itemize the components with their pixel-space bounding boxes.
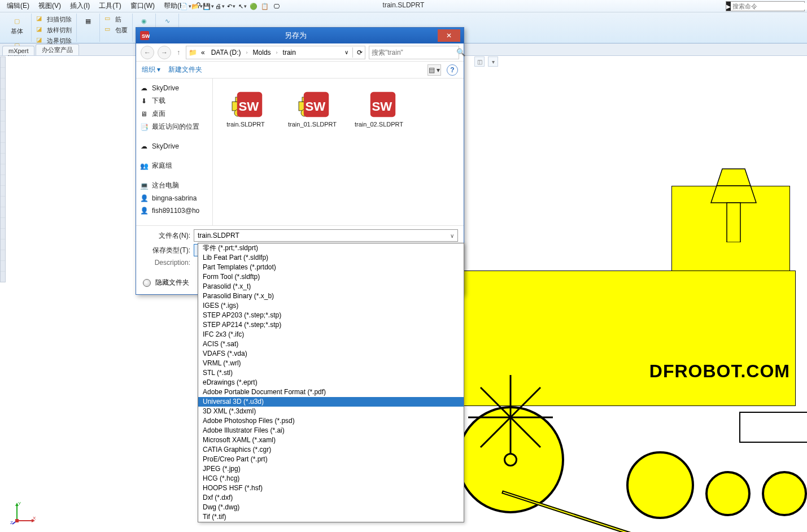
filetype-option[interactable]: Part Templates (*.prtdot) bbox=[198, 263, 464, 272]
tab-office[interactable]: 办公室产品 bbox=[36, 44, 79, 55]
filetype-option[interactable]: VDAFS (*.vda) bbox=[198, 349, 464, 359]
filetype-option[interactable]: IGES (*.igs) bbox=[198, 301, 464, 311]
print-icon[interactable]: 🖨▾ bbox=[215, 1, 225, 11]
sidebar-item[interactable]: 🖥桌面 bbox=[138, 107, 210, 120]
filetype-option[interactable]: CATIA Graphics (*.cgr) bbox=[198, 445, 464, 455]
filetype-dropdown-list[interactable]: 零件 (*.prt;*.sldprt)Lib Feat Part (*.sldl… bbox=[198, 243, 464, 522]
dialog-search[interactable]: 🔍 bbox=[369, 46, 459, 59]
undo-icon[interactable]: ↶▾ bbox=[226, 1, 236, 11]
refresh-icon[interactable]: ⟳ bbox=[357, 49, 363, 56]
dialog-search-input[interactable] bbox=[372, 49, 456, 56]
close-button[interactable]: ✕ bbox=[438, 29, 460, 42]
filetype-option[interactable]: Lib Feat Part (*.sldlfp) bbox=[198, 253, 464, 263]
filetype-option[interactable]: eDrawings (*.eprt) bbox=[198, 378, 464, 387]
hide-folders-toggle-icon[interactable] bbox=[143, 279, 151, 287]
options-icon[interactable]: 📋 bbox=[260, 1, 270, 11]
filetype-option[interactable]: HCG (*.hcg) bbox=[198, 474, 464, 483]
filetype-option[interactable]: Form Tool (*.sldftp) bbox=[198, 272, 464, 282]
menu-item[interactable]: 窗口(W) bbox=[126, 0, 159, 12]
orientation-triad: Y X Z bbox=[10, 498, 37, 525]
filetype-option[interactable]: Microsoft XAML (*.xaml) bbox=[198, 435, 464, 445]
solidworks-icon: SW bbox=[139, 30, 150, 41]
screen-capture-icon[interactable]: 🖵 bbox=[271, 1, 281, 11]
ribbon-small-btn[interactable]: ▭包覆 bbox=[103, 25, 129, 35]
filetype-option[interactable]: 3D XML (*.3dxml) bbox=[198, 407, 464, 416]
filetype-option[interactable]: Dwg (*.dwg) bbox=[198, 503, 464, 512]
filetype-option[interactable]: JPEG (*.jpg) bbox=[198, 464, 464, 474]
download-icon: ⬇ bbox=[139, 97, 149, 106]
filetype-option[interactable]: VRML (*.wrl) bbox=[198, 359, 464, 368]
ribbon-small-btn[interactable]: ◪放样切割 bbox=[35, 25, 73, 35]
open-doc-icon[interactable]: 📂▾ bbox=[192, 1, 202, 11]
command-search[interactable]: ▶ bbox=[726, 1, 805, 11]
breadcrumb-item[interactable]: Molds bbox=[251, 49, 273, 56]
nav-forward-button[interactable]: → bbox=[158, 46, 171, 59]
sidebar-item[interactable]: 💻这台电脑 bbox=[138, 179, 210, 192]
filetype-option[interactable]: STL (*.stl) bbox=[198, 368, 464, 378]
breadcrumb-item[interactable]: DATA (D:) bbox=[209, 49, 243, 56]
menu-item[interactable]: 工具(T) bbox=[94, 0, 125, 12]
view-settings-icon[interactable]: ▾ bbox=[488, 56, 498, 67]
command-search-input[interactable] bbox=[731, 3, 807, 10]
file-name: train_02.SLDPRT bbox=[355, 121, 403, 128]
svg-text:X: X bbox=[33, 516, 36, 521]
filetype-option[interactable]: Parasolid Binary (*.x_b) bbox=[198, 291, 464, 301]
filetype-option[interactable]: STEP AP214 (*.step;*.stp) bbox=[198, 320, 464, 330]
file-item[interactable]: SWtrain_02.SLDPRT bbox=[353, 86, 405, 128]
ribbon-btn[interactable]: ▢基体 bbox=[9, 14, 25, 36]
sidebar-item[interactable]: 📑最近访问的位置 bbox=[138, 120, 210, 133]
curve-btn[interactable]: ∿ bbox=[159, 14, 175, 28]
file-pane[interactable]: SWtrain.SLDPRTSWtrain_01.SLDPRTSWtrain_0… bbox=[213, 79, 464, 225]
filetype-option[interactable]: 零件 (*.prt;*.sldprt) bbox=[198, 243, 464, 253]
view-mode-button[interactable]: ▤ ▾ bbox=[428, 64, 441, 76]
sidebar-item[interactable]: 👥家庭组 bbox=[138, 159, 210, 172]
file-item[interactable]: SWtrain_01.SLDPRT bbox=[286, 86, 338, 128]
filetype-option[interactable]: Parasolid (*.x_t) bbox=[198, 282, 464, 291]
filetype-option[interactable]: Adobe Photoshop Files (*.psd) bbox=[198, 416, 464, 426]
menu-item[interactable]: 编辑(E) bbox=[2, 0, 34, 12]
select-icon[interactable]: ↖▾ bbox=[237, 1, 247, 11]
user-icon: 👤 bbox=[139, 206, 149, 215]
sidebar-item[interactable]: ☁SkyDrive bbox=[138, 82, 210, 94]
rebuild-icon[interactable]: 🟢 bbox=[248, 1, 259, 11]
ribbon-small-btn[interactable]: ▭筋 bbox=[103, 14, 129, 24]
new-doc-icon[interactable]: 📄▾ bbox=[181, 1, 191, 11]
save-icon[interactable]: 💾▾ bbox=[203, 1, 213, 11]
filename-input[interactable]: train.SLDPRT ∨ bbox=[194, 229, 458, 242]
filetype-option[interactable]: STEP AP203 (*.step;*.stp) bbox=[198, 311, 464, 320]
ribbon-small-btn[interactable]: ◪扫描切除 bbox=[35, 14, 73, 24]
menu-item[interactable]: 插入(I) bbox=[66, 0, 94, 12]
sidebar-item[interactable]: 👤fish891103@ho bbox=[138, 204, 210, 217]
menu-item[interactable]: 视图(V) bbox=[34, 0, 66, 12]
filetype-option[interactable]: ProE/Creo Part (*.prt) bbox=[198, 455, 464, 464]
view-palette-icon[interactable]: ◫ bbox=[474, 56, 485, 67]
filetype-option[interactable]: Tif (*.tif) bbox=[198, 512, 464, 522]
file-item[interactable]: SWtrain.SLDPRT bbox=[220, 86, 272, 128]
pattern-btn[interactable]: ▦ bbox=[80, 14, 96, 28]
nav-back-button[interactable]: ← bbox=[141, 46, 154, 59]
tab-mxpert[interactable]: mXpert bbox=[2, 46, 34, 55]
sidebar-item[interactable]: ⬇下载 bbox=[138, 94, 210, 107]
sketch-btn[interactable]: ◉ bbox=[136, 14, 152, 28]
filetype-option[interactable]: Adobe Portable Document Format (*.pdf) bbox=[198, 387, 464, 397]
filetype-option[interactable]: HOOPS HSF (*.hsf) bbox=[198, 483, 464, 493]
dialog-titlebar: SW 另存为 ✕ bbox=[136, 28, 464, 43]
nav-up-button[interactable]: ↑ bbox=[175, 46, 182, 59]
filetype-option[interactable]: Adobe Illustrator Files (*.ai) bbox=[198, 426, 464, 435]
organize-button[interactable]: 组织 ▾ bbox=[142, 65, 160, 75]
breadcrumb[interactable]: 📁 « DATA (D:) › Molds › train ∨ ⟳ bbox=[186, 46, 365, 59]
run-icon: ▶ bbox=[726, 2, 731, 11]
feature-manager-collapse[interactable] bbox=[0, 56, 6, 282]
hide-folders-label[interactable]: 隐藏文件夹 bbox=[155, 278, 189, 287]
dialog-toolbar: 组织 ▾ 新建文件夹 ▤ ▾ ? bbox=[136, 62, 464, 79]
new-folder-button[interactable]: 新建文件夹 bbox=[168, 65, 202, 75]
sidebar-item[interactable]: ☁SkyDrive bbox=[138, 140, 210, 152]
filetype-option[interactable]: Universal 3D (*.u3d) bbox=[198, 397, 464, 407]
filetype-option[interactable]: Dxf (*.dxf) bbox=[198, 493, 464, 503]
help-button[interactable]: ? bbox=[447, 64, 458, 76]
breadcrumb-item[interactable]: train bbox=[281, 49, 298, 56]
sidebar-item[interactable]: 👤bingna-sabrina bbox=[138, 192, 210, 204]
filetype-option[interactable]: ACIS (*.sat) bbox=[198, 339, 464, 349]
svg-marker-1 bbox=[711, 186, 756, 203]
filetype-option[interactable]: IFC 2x3 (*.ifc) bbox=[198, 330, 464, 339]
